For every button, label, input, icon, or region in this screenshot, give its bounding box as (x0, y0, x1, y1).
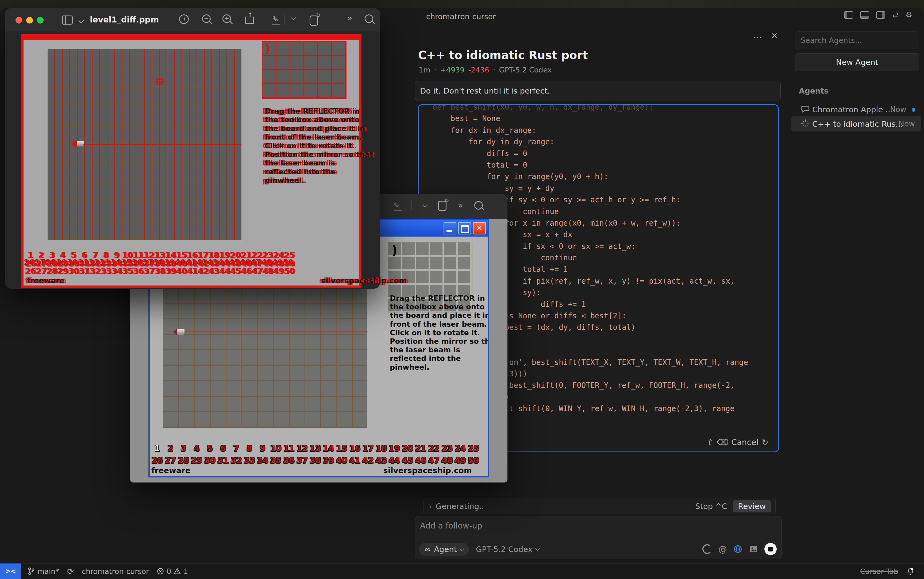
game-text-line: Click on it to rotate it. (390, 329, 480, 337)
rotate-icon[interactable] (310, 15, 318, 26)
level-number: 37 (144, 267, 154, 276)
generating-bar[interactable]: › Generating.. Stop ^C Review (423, 498, 775, 514)
more-icon[interactable]: ⋯ (753, 31, 762, 42)
new-agent-button[interactable]: New Agent (795, 54, 919, 71)
level-number: 47 (252, 258, 262, 268)
preview1-titlebar[interactable]: level1_diff.ppm i − + ✎ » (5, 8, 380, 31)
maximize-traffic-light[interactable] (37, 17, 44, 23)
level-number: 16 (348, 444, 361, 453)
chevron-down-icon (535, 546, 540, 551)
level-number: 18 (208, 250, 219, 260)
level-number: 17 (197, 250, 208, 260)
sync-icon[interactable]: ⟳ (67, 567, 74, 576)
level-number: 7 (230, 444, 243, 453)
chevron-down-icon[interactable] (422, 202, 427, 207)
agent-mode-dropdown[interactable]: ∞ Agent (419, 543, 469, 556)
image-icon[interactable] (749, 545, 758, 554)
level-number: 40 (176, 258, 186, 268)
rotate-icon[interactable] (438, 201, 446, 211)
level-number: 24 (454, 444, 467, 453)
level-number: 41 (348, 456, 361, 465)
toggle-bottom-panel-icon[interactable] (860, 11, 869, 19)
level-number: 43 (208, 267, 219, 276)
level-number: 2 (36, 250, 46, 260)
level-number: 31 (79, 267, 90, 276)
level-number: 36 (133, 258, 144, 268)
level-number: 50 (467, 456, 480, 465)
bell-icon[interactable] (906, 567, 914, 575)
level-number: 29 (57, 267, 68, 276)
code-line: diffs = 0 (433, 148, 778, 159)
additions-count: +4939 (440, 66, 464, 74)
level-number: 9 (111, 250, 122, 260)
zoom-in-icon[interactable]: + (222, 15, 231, 23)
status-bar: >< main* ⟳ chromatron-cursor 0 (0, 563, 924, 579)
level-number: 28 (46, 267, 57, 276)
laser-emitter (173, 328, 186, 336)
model-dropdown[interactable]: GPT-5.2 Codex (476, 545, 539, 554)
cancel-row[interactable]: ⇧ ⌫ Cancel ↻ (707, 438, 769, 447)
game-text-line: reflected into the (390, 354, 461, 363)
level-number: 25 (284, 250, 294, 260)
level-number: 42 (198, 267, 208, 276)
agent-list-item-selected[interactable]: C++ to idiomatic Rus... Now (792, 116, 921, 131)
cursor-tab-toggle[interactable]: Cursor Tab (860, 567, 898, 576)
sidebar-toggle-icon[interactable] (62, 15, 73, 25)
more-icon[interactable]: » (347, 13, 352, 23)
user-prompt-message[interactable]: Do it. Don't rest until it is perfect. (415, 81, 781, 101)
search-icon[interactable] (365, 15, 373, 23)
search-icon[interactable] (474, 201, 483, 209)
level-number: 25 (467, 444, 480, 453)
agent-list-item[interactable]: Chromatron Apple ... Now (792, 101, 921, 117)
chevron-down-icon[interactable] (78, 18, 84, 23)
level-number: 44 (388, 456, 401, 465)
search-agents-input[interactable]: Search Agents... (795, 31, 919, 49)
level-number: 39 (322, 456, 335, 465)
minimize-traffic-light[interactable] (26, 17, 33, 23)
review-button[interactable]: Review (733, 500, 771, 512)
close-traffic-light[interactable] (15, 17, 22, 23)
close-icon[interactable]: ✕ (771, 31, 778, 40)
cancel-button[interactable]: Cancel (731, 438, 759, 447)
code-line: def best_shift(x0, y0, w, h, dx_range, d… (433, 104, 778, 113)
level-number: 23 (262, 250, 273, 260)
share-icon[interactable] (245, 16, 254, 24)
level-number: 21 (414, 444, 427, 453)
level-number: 41 (186, 267, 197, 276)
level-number: 3 (177, 444, 190, 453)
reflector-piece-diff: ) (265, 42, 270, 55)
markup-icon[interactable]: ✎ (394, 201, 400, 210)
refresh-icon: ↻ (762, 438, 769, 447)
level-number: 43 (375, 456, 388, 465)
more-icon[interactable]: » (458, 200, 463, 210)
level-number: 46 (240, 267, 251, 276)
gear-icon[interactable]: ⚙ (906, 11, 912, 19)
game-text-line: front of the laser beam. (390, 320, 487, 329)
level-number: 4 (57, 250, 68, 260)
level-number: 15 (176, 250, 186, 260)
problems-indicator[interactable]: 0 1 (157, 567, 188, 576)
project-name[interactable]: chromatron-cursor (82, 567, 149, 576)
game-close-button (473, 222, 486, 234)
level-number: 50 (284, 267, 294, 276)
info-icon[interactable]: i (179, 15, 189, 24)
remote-indicator[interactable]: >< (0, 564, 21, 579)
laser-beam-diff (83, 144, 241, 145)
followup-input[interactable]: Add a follow-up ∞ Agent GPT-5.2 Codex @ (415, 516, 782, 559)
stop-button[interactable]: Stop ^C (695, 502, 727, 511)
toggle-right-sidebar-icon[interactable] (876, 11, 885, 19)
level-number: 49 (273, 267, 284, 276)
window-title: chromatron-cursor (426, 12, 496, 21)
code-line: for dy in dy_range: (433, 136, 778, 147)
chevron-right-icon[interactable]: › (429, 502, 432, 511)
chevron-down-icon[interactable] (291, 15, 296, 20)
git-branch[interactable]: main* (28, 567, 59, 576)
stop-generation-button[interactable] (764, 543, 777, 555)
zoom-out-icon[interactable]: − (202, 15, 211, 23)
web-globe-icon[interactable] (733, 545, 742, 554)
toggle-left-sidebar-icon[interactable] (844, 11, 853, 19)
markup-icon[interactable]: ✎ (272, 15, 279, 24)
switch-tabs-icon[interactable]: ⇄ (892, 11, 898, 19)
level-number: 35 (122, 267, 132, 276)
mention-icon[interactable]: @ (718, 544, 727, 554)
